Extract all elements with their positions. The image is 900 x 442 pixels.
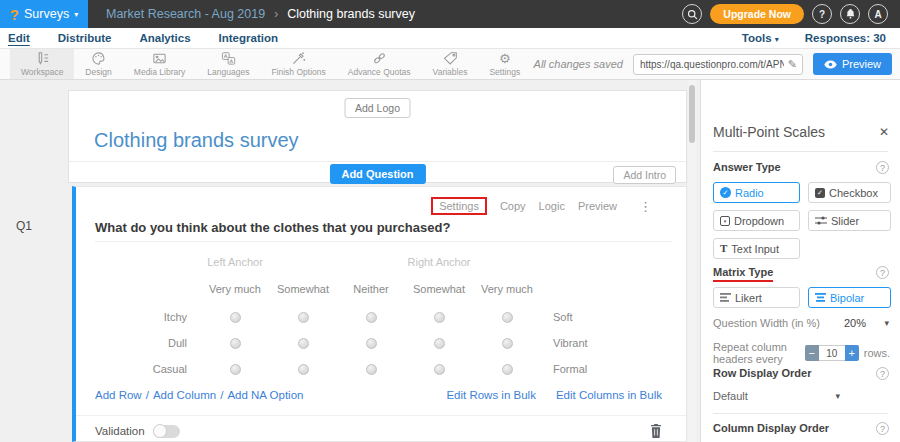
edit-rows-bulk-link[interactable]: Edit Rows in Bulk — [446, 389, 535, 401]
add-na-option-link[interactable]: Add NA Option — [227, 389, 303, 401]
radio-option[interactable] — [502, 364, 513, 375]
checkbox-icon: ✓ — [815, 188, 825, 198]
tab-edit[interactable]: Edit — [8, 32, 30, 44]
surveys-menu[interactable]: ? Surveys ▾ — [0, 0, 88, 28]
row-right-label[interactable]: Vibrant — [541, 337, 661, 349]
toolbar-item-finish-options[interactable]: Finish Options — [260, 49, 336, 79]
toolbar-item-media-library[interactable]: Media Library — [123, 49, 197, 79]
help-button[interactable]: ? — [812, 4, 832, 24]
answer-type-dropdown[interactable]: ▾ Dropdown — [713, 210, 800, 231]
radio-option[interactable] — [434, 312, 445, 323]
question-width-value[interactable]: 20% — [844, 317, 866, 329]
row-display-help-icon[interactable]: ? — [876, 367, 889, 380]
row-right-label[interactable]: Formal — [541, 363, 661, 375]
answer-type-radio[interactable]: ✓ Radio — [713, 182, 800, 203]
matrix-type-bipolar[interactable]: Bipolar — [808, 287, 891, 308]
tools-menu[interactable]: Tools ▾ — [742, 32, 779, 44]
divider — [76, 415, 686, 416]
search-button[interactable] — [682, 4, 702, 24]
answer-type-checkbox[interactable]: ✓ Checkbox — [808, 182, 891, 203]
question-copy-button[interactable]: Copy — [500, 200, 526, 212]
answer-type-help-icon[interactable]: ? — [876, 161, 889, 174]
question-logic-button[interactable]: Logic — [539, 200, 565, 212]
chevron-down-icon[interactable]: ▾ — [884, 318, 889, 328]
toolbar-item-design[interactable]: Design — [74, 49, 122, 79]
radio-option[interactable] — [230, 338, 241, 349]
edit-url-pencil-icon[interactable]: ✎ — [788, 58, 802, 71]
trash-icon — [650, 424, 662, 438]
radio-option[interactable] — [434, 364, 445, 375]
toolbar-item-advance-quotas[interactable]: Advance Quotas — [337, 49, 422, 79]
toolbar-item-settings[interactable]: ⚙ Settings — [478, 49, 531, 79]
radio-option[interactable] — [366, 364, 377, 375]
radio-option[interactable] — [366, 312, 377, 323]
matrix-row: Dull Vibrant — [95, 330, 661, 356]
edit-columns-bulk-link[interactable]: Edit Columns in Bulk — [556, 389, 662, 401]
likert-icon — [720, 293, 731, 302]
radio-option[interactable] — [298, 338, 309, 349]
row-display-order-label: Row Display Order — [713, 367, 811, 379]
survey-url-input[interactable] — [634, 59, 788, 70]
add-intro-button[interactable]: Add Intro — [613, 166, 676, 184]
delete-question-button[interactable] — [650, 424, 662, 438]
notifications-button[interactable] — [840, 4, 860, 24]
row-left-label[interactable]: Dull — [95, 337, 201, 349]
question-text[interactable]: What do you think about the clothes that… — [95, 220, 450, 235]
responses-link[interactable]: Responses: 30 — [805, 32, 886, 44]
radio-option[interactable] — [298, 312, 309, 323]
toolbar-item-workspace[interactable]: Workspace — [10, 49, 74, 79]
toolbar-item-variables[interactable]: Variables — [422, 49, 479, 79]
radio-option[interactable] — [230, 364, 241, 375]
settings-sidebar: Multi-Point Scales ✕ Answer Type ? ✓ Rad… — [700, 80, 900, 442]
add-row-link[interactable]: Add Row — [95, 389, 142, 401]
stepper-plus-button[interactable]: + — [845, 345, 859, 361]
toolbar-item-languages[interactable]: Languages — [196, 49, 260, 79]
add-logo-button[interactable]: Add Logo — [344, 98, 411, 118]
radio-option[interactable] — [230, 312, 241, 323]
matrix-type-help-icon[interactable]: ? — [876, 266, 889, 279]
kebab-menu-icon[interactable]: ⋮ — [639, 199, 652, 214]
close-icon[interactable]: ✕ — [879, 125, 889, 139]
upgrade-now-button[interactable]: Upgrade Now — [710, 4, 804, 24]
row-display-order-select[interactable]: Default ▾ — [713, 390, 840, 402]
stepper-value[interactable]: 10 — [819, 345, 845, 361]
radio-option[interactable] — [502, 312, 513, 323]
matrix-table: Left Anchor Right Anchor Very much Somew… — [95, 250, 661, 382]
scrollbar-thumb[interactable] — [689, 85, 695, 143]
column-header[interactable]: Somewhat — [405, 283, 473, 295]
radio-option[interactable] — [366, 338, 377, 349]
question-preview-button[interactable]: Preview — [578, 200, 617, 212]
preview-button[interactable]: Preview — [813, 53, 892, 75]
column-header[interactable]: Very much — [473, 283, 541, 295]
survey-title[interactable]: Clothing brands survey — [94, 129, 299, 152]
matrix-type-likert[interactable]: Likert — [713, 287, 800, 308]
answer-type-slider[interactable]: Slider — [808, 210, 891, 231]
row-right-label[interactable]: Soft — [541, 311, 661, 323]
row-left-label[interactable]: Itchy — [95, 311, 201, 323]
validation-toggle[interactable] — [153, 425, 180, 438]
question-settings-button[interactable]: Settings — [431, 197, 487, 215]
separator: / — [220, 389, 223, 401]
radio-option[interactable] — [502, 338, 513, 349]
radio-option[interactable] — [434, 338, 445, 349]
repeat-headers-suffix: rows. — [864, 347, 890, 359]
tab-distribute[interactable]: Distribute — [58, 32, 112, 44]
account-avatar[interactable]: A — [868, 4, 888, 24]
column-header[interactable]: Neither — [337, 283, 405, 295]
breadcrumb-parent-link[interactable]: Market Research - Aug 2019 — [106, 7, 265, 21]
vertical-scrollbar[interactable] — [688, 80, 696, 442]
topbar-actions: Upgrade Now ? A — [682, 4, 900, 24]
column-header[interactable]: Somewhat — [269, 283, 337, 295]
radio-option[interactable] — [298, 364, 309, 375]
chevron-down-icon: ▾ — [835, 391, 840, 401]
add-column-link[interactable]: Add Column — [153, 389, 216, 401]
tab-integration[interactable]: Integration — [219, 32, 278, 44]
stepper-minus-button[interactable]: − — [805, 345, 819, 361]
answer-type-text-input[interactable]: T Text Input — [713, 238, 800, 259]
column-header[interactable]: Very much — [201, 283, 269, 295]
column-display-help-icon[interactable]: ? — [876, 422, 889, 435]
row-left-label[interactable]: Casual — [95, 363, 201, 375]
tab-analytics[interactable]: Analytics — [139, 32, 190, 44]
add-question-button[interactable]: Add Question — [329, 164, 425, 184]
question-width-label: Question Width (in %) — [713, 317, 820, 329]
